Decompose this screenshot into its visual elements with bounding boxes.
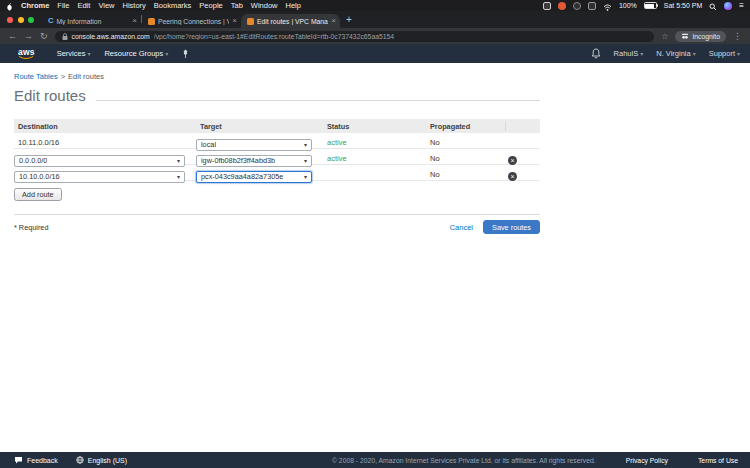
tab-peering-connections[interactable]: Peering Connections | VPC M × <box>142 14 241 28</box>
destination-value: 10.11.0.0/16 <box>14 138 196 147</box>
routes-table: Destination Target Status Propagated 10.… <box>14 119 540 181</box>
menubar-item-history[interactable]: History <box>123 1 146 10</box>
chevron-down-icon: ▾ <box>177 173 180 180</box>
lock-icon <box>62 31 68 42</box>
reload-icon[interactable]: ↻ <box>40 32 48 41</box>
menubar-item-window[interactable]: Window <box>251 1 278 10</box>
menubar-item-file[interactable]: File <box>57 1 69 10</box>
page-title: Edit routes <box>14 88 86 104</box>
tab-close-icon[interactable]: × <box>132 17 137 25</box>
save-routes-button[interactable]: Save routes <box>483 220 540 234</box>
tab-title: Peering Connections | VPC M <box>158 18 229 25</box>
menubar-item-bookmarks[interactable]: Bookmarks <box>154 1 192 10</box>
remove-route-button[interactable]: × <box>508 172 517 181</box>
menubar-clock[interactable]: Sat 5:50 PM <box>664 2 703 9</box>
services-menu[interactable]: Services▾ <box>57 49 91 58</box>
col-header-target: Target <box>196 122 323 131</box>
chevron-down-icon: ▾ <box>304 173 307 180</box>
menubar-item-edit[interactable]: Edit <box>77 1 90 10</box>
new-tab-button[interactable]: + <box>346 15 352 25</box>
region-menu[interactable]: N. Virginia▾ <box>656 49 695 58</box>
menubar-item-people[interactable]: People <box>199 1 222 10</box>
aws-logo[interactable]: aws <box>18 48 35 60</box>
notifications-bell-icon[interactable] <box>591 45 601 63</box>
menubar-item-help[interactable]: Help <box>286 1 301 10</box>
menubar-item-view[interactable]: View <box>98 1 114 10</box>
breadcrumb: Route Tables>Edit routes <box>14 72 750 81</box>
window-close-button[interactable] <box>7 17 13 23</box>
control-center-icon[interactable]: ≡ <box>739 2 744 10</box>
menubar-item-tab[interactable]: Tab <box>231 1 243 10</box>
chevron-down-icon: ▾ <box>693 51 696 57</box>
support-menu[interactable]: Support▾ <box>709 49 740 58</box>
tab-edit-routes[interactable]: Edit routes | VPC Managemen × <box>241 14 340 28</box>
table-row: 0.0.0.0/0▾ igw-0fb08b2f3ff4abd3b▾ active… <box>14 149 540 165</box>
url-domain: console.aws.amazon.com <box>72 33 150 40</box>
window-minimize-button[interactable] <box>18 17 24 23</box>
chevron-down-icon: ▾ <box>640 51 643 57</box>
title-divider <box>96 100 540 101</box>
url-path: /vpc/home?region=us-east-1#EditRoutes:ro… <box>154 33 394 40</box>
propagated-value: No <box>426 138 505 147</box>
chevron-down-icon: ▾ <box>737 51 740 57</box>
chevron-down-icon: ▾ <box>304 141 307 148</box>
tab-my-information[interactable]: C My Information × <box>42 14 141 28</box>
remove-route-button[interactable]: × <box>508 156 517 165</box>
menubar-status-icon-2[interactable] <box>558 2 566 10</box>
chevron-down-icon: ▾ <box>304 157 307 164</box>
aws-favicon <box>247 18 254 25</box>
pin-icon[interactable] <box>182 45 189 63</box>
aws-console-nav: aws Services▾ Resource Groups▾ RahulS▾ N… <box>0 44 750 63</box>
incognito-icon <box>681 33 689 40</box>
aws-smile-icon <box>18 56 34 60</box>
col-header-destination: Destination <box>14 122 196 131</box>
privacy-policy-link[interactable]: Privacy Policy <box>626 457 668 464</box>
aws-favicon <box>148 18 155 25</box>
cancel-button[interactable]: Cancel <box>450 223 473 232</box>
battery-icon <box>644 2 657 9</box>
tab-title: My Information <box>56 18 129 25</box>
aws-logo-text: aws <box>18 48 35 56</box>
menubar-status-icon-4[interactable] <box>588 2 596 10</box>
menubar-status-icon-3[interactable] <box>573 2 581 10</box>
resource-groups-menu[interactable]: Resource Groups▾ <box>104 49 168 58</box>
menubar-item-chrome[interactable]: Chrome <box>21 1 49 10</box>
tab-close-icon[interactable]: × <box>232 17 237 25</box>
feedback-button[interactable]: Feedback <box>14 456 58 464</box>
bookmark-star-icon[interactable]: ☆ <box>661 32 668 41</box>
add-route-button[interactable]: Add route <box>14 188 62 201</box>
terms-of-use-link[interactable]: Terms of Use <box>698 457 738 464</box>
incognito-badge: Incognito <box>675 31 726 42</box>
propagated-value: No <box>426 154 505 163</box>
macos-menubar: Chrome File Edit View History Bookmarks … <box>0 0 750 11</box>
account-menu[interactable]: RahulS▾ <box>614 49 644 58</box>
browser-menu-icon[interactable]: ⋮ <box>733 31 742 41</box>
breadcrumb-current: Edit routes <box>68 72 104 81</box>
menubar-status-icon-1[interactable] <box>543 2 551 10</box>
main-content: Route Tables>Edit routes Edit routes Des… <box>0 63 750 452</box>
required-note: * Required <box>14 223 48 232</box>
feedback-bubble-icon <box>14 456 23 464</box>
window-zoom-button[interactable] <box>28 17 34 23</box>
address-bar[interactable]: console.aws.amazon.com/vpc/home?region=u… <box>55 31 655 42</box>
language-button[interactable]: English (US) <box>76 456 127 464</box>
col-header-propagated: Propagated <box>426 122 505 131</box>
screen: Chrome File Edit View History Bookmarks … <box>0 0 750 468</box>
table-row: 10.10.0.0/16▾ pcx-043c9aa4a82a7305e▾ No … <box>14 165 540 181</box>
chevron-down-icon: ▾ <box>165 51 168 57</box>
section-divider <box>14 214 540 215</box>
back-icon[interactable]: ← <box>8 32 17 41</box>
destination-select-row3[interactable]: 10.10.0.0/16▾ <box>14 171 185 183</box>
col-header-actions <box>505 121 540 131</box>
chrome-tab-strip: C My Information × Peering Connections |… <box>0 11 750 28</box>
status-value: active <box>323 138 426 147</box>
breadcrumb-route-tables-link[interactable]: Route Tables <box>14 72 58 81</box>
tab-close-icon[interactable]: × <box>331 17 336 25</box>
siri-icon[interactable] <box>724 2 732 10</box>
aws-footer: Feedback English (US) © 2008 - 2020, Ama… <box>0 452 750 468</box>
form-actions: * Required Cancel Save routes <box>14 220 540 234</box>
window-controls <box>0 17 42 28</box>
forward-icon[interactable]: → <box>24 32 33 41</box>
globe-icon <box>76 456 84 464</box>
target-select-row3[interactable]: pcx-043c9aa4a82a7305e▾ <box>196 171 312 183</box>
